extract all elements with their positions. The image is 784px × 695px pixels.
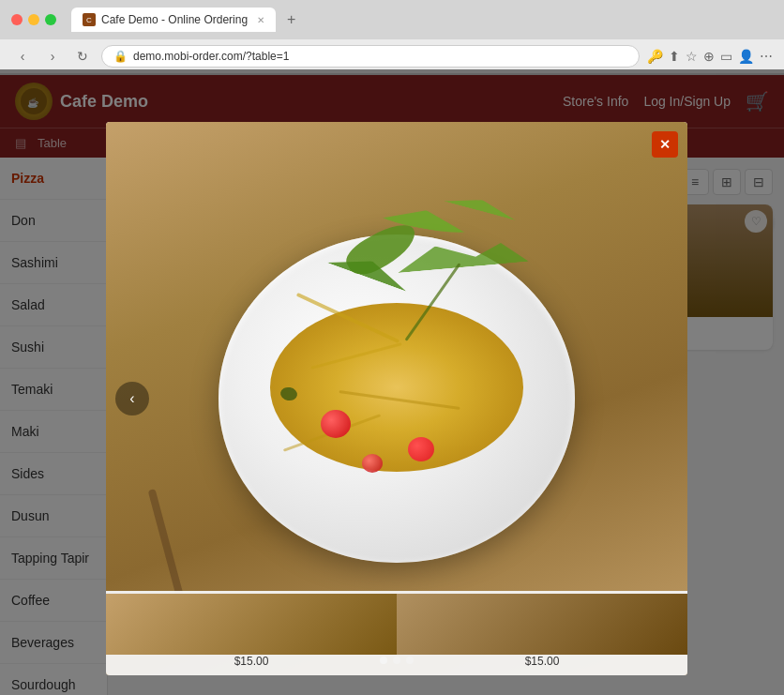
url-text: demo.mobi-order.com/?table=1 <box>133 50 627 63</box>
image-modal: ✕ <box>106 158 687 675</box>
menu-icon[interactable]: ⋯ <box>760 49 773 64</box>
bottom-item-1[interactable]: $15.00 <box>106 591 397 675</box>
bookmark-icon[interactable]: ☆ <box>686 49 698 64</box>
traffic-light-fullscreen[interactable] <box>45 14 56 25</box>
sidebar-icon[interactable]: ▭ <box>720 49 732 64</box>
traffic-light-minimize[interactable] <box>28 14 39 25</box>
tab-title: Cafe Demo - Online Ordering <box>101 13 248 26</box>
modal-thumbnail-strip: $15.00 $15.00 <box>106 591 687 675</box>
bottom-price-2: $15.00 <box>525 655 560 668</box>
modal-prev-button[interactable]: ‹ <box>115 382 149 415</box>
refresh-button[interactable]: ↻ <box>71 45 94 68</box>
share-icon[interactable]: ⬆ <box>669 49 680 64</box>
image-modal-overlay: ✕ <box>0 158 784 695</box>
forward-button[interactable]: › <box>41 45 64 68</box>
add-tab-button[interactable]: + <box>287 11 295 28</box>
bottom-item-2[interactable]: $15.00 <box>397 591 687 675</box>
address-bar[interactable]: 🔒 demo.mobi-order.com/?table=1 <box>101 45 640 68</box>
extensions-icon[interactable]: ⊕ <box>703 49 715 64</box>
traffic-light-close[interactable] <box>11 14 23 25</box>
password-icon[interactable]: 🔑 <box>647 49 663 64</box>
tab-favicon: C <box>83 13 96 26</box>
tab-close-icon[interactable]: ✕ <box>257 15 264 25</box>
back-button[interactable]: ‹ <box>11 45 34 68</box>
profile-icon[interactable]: 👤 <box>738 49 754 64</box>
bottom-price-1: $15.00 <box>234 655 269 668</box>
browser-tab[interactable]: C Cafe Demo - Online Ordering ✕ <box>71 8 276 32</box>
